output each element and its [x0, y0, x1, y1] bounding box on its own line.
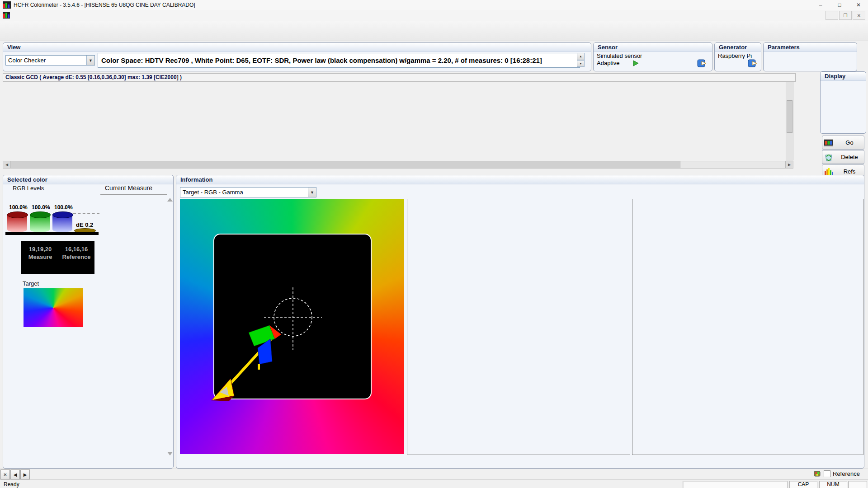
scroll-left-icon[interactable]: ◀: [3, 161, 11, 168]
display-panel-title: Display: [821, 72, 866, 81]
close-tab-button[interactable]: ✕: [0, 469, 10, 479]
reference-rgb-value: 16,16,16: [60, 245, 93, 253]
eotf-gamma-chart: [632, 199, 863, 455]
status-bar: Ready CAP NUM: [0, 479, 868, 488]
next-tab-icon[interactable]: ▶: [20, 469, 30, 479]
go-button-label: Go: [835, 139, 864, 146]
sensor-name: Simulated sensor: [594, 52, 712, 60]
selected-color-title: Selected color: [3, 175, 173, 184]
refs-button-label: Refs: [835, 168, 864, 175]
hcfr-colorimeter-window: HCFR Colorimeter - 3.5.4.6 - [HISENSE 65…: [0, 0, 868, 488]
scrollbar-thumb[interactable]: [11, 161, 680, 168]
delta-e-label: dE 0.2: [76, 221, 93, 228]
window-title: HCFR Colorimeter - 3.5.4.6 - [HISENSE 65…: [14, 2, 195, 8]
sensor-panel-title: Sensor: [594, 43, 712, 52]
sensor-settings-icon[interactable]: [697, 59, 707, 68]
delete-button-label: Delete: [835, 154, 864, 160]
go-button[interactable]: Go: [822, 136, 864, 150]
chart-type-value: Color Checker: [6, 57, 86, 64]
target-overlay: [180, 199, 404, 454]
rgb-levels-label: RGB Levels: [13, 185, 44, 192]
red-level-value: 100.0%: [9, 204, 28, 211]
status-pane-empty: [848, 481, 867, 488]
status-text: Ready: [4, 481, 19, 488]
mdi-restore-button[interactable]: ❐: [839, 11, 852, 20]
reference-checkbox[interactable]: [824, 470, 830, 477]
red-level-bar: [7, 211, 27, 232]
scrollbar-thumb[interactable]: [787, 100, 793, 133]
bars-baseline: [5, 232, 99, 235]
table-vertical-scrollbar[interactable]: [786, 82, 793, 160]
generator-panel-title: Generator: [715, 43, 761, 52]
color-checker-target-image: [180, 199, 404, 454]
num-lock-indicator: NUM: [819, 481, 847, 488]
measure-reference-box: 19,19,20 Measure 16,16,16 Reference: [21, 241, 94, 274]
blue-level-bar: [52, 211, 72, 232]
view-panel-title: View: [3, 43, 591, 52]
info-spinner[interactable]: ▲ ▼: [577, 53, 585, 67]
maximize-button[interactable]: □: [830, 0, 849, 10]
scroll-right-icon[interactable]: ▶: [785, 161, 793, 168]
grayscale-balance-chart: [407, 199, 630, 455]
reference-checkbox-label: Reference: [833, 470, 860, 477]
app-icon: [3, 1, 11, 9]
title-bar: HCFR Colorimeter - 3.5.4.6 - [HISENSE 65…: [0, 0, 868, 10]
target-thumbnail-image: [24, 288, 83, 327]
chart-type-select[interactable]: Color Checker ▼: [5, 55, 95, 66]
status-pane-empty: [683, 481, 788, 488]
spinner-up-icon[interactable]: ▲: [577, 53, 585, 60]
document-icon: [3, 12, 10, 19]
scroll-down-icon[interactable]: [167, 452, 173, 455]
close-button[interactable]: ✕: [849, 0, 868, 10]
display-panel: Display: [820, 71, 866, 134]
parameters-panel-title: Parameters: [764, 43, 857, 52]
current-measure-table: [100, 194, 167, 195]
green-level-bar: [30, 211, 50, 232]
generator-settings-icon[interactable]: [748, 59, 758, 68]
reference-caption: Reference: [60, 253, 93, 261]
chevron-down-icon[interactable]: ▼: [308, 188, 316, 197]
mdi-close-button[interactable]: ✕: [853, 11, 865, 20]
tray-color-icon: [814, 470, 821, 477]
information-panel-title: Information: [176, 175, 864, 184]
menu-bar: — ❐ ✕: [0, 10, 868, 21]
prev-tab-icon[interactable]: ◀: [10, 469, 20, 479]
information-view-select[interactable]: Target - RGB - Gamma ▼: [180, 187, 316, 197]
mdi-minimize-button[interactable]: —: [826, 11, 838, 20]
minimize-button[interactable]: –: [811, 0, 830, 10]
table-horizontal-scrollbar[interactable]: ◀ ▶: [3, 161, 793, 169]
bottom-tab-bar: ✕ ◀ ▶: [0, 469, 868, 480]
sensor-panel: Sensor Simulated sensor Adaptive: [593, 42, 712, 71]
toolbar: [0, 21, 868, 41]
green-level-value: 100.0%: [32, 204, 50, 211]
current-measure-label: Current Measure: [105, 184, 152, 192]
measure-caption: Measure: [24, 253, 57, 261]
sensor-mode: Adaptive: [597, 60, 620, 66]
information-view-value: Target - RGB - Gamma: [180, 189, 308, 196]
target-label: Target: [23, 280, 39, 287]
reference-level-line: [73, 213, 99, 214]
spinner-down-icon[interactable]: ▼: [577, 60, 585, 67]
sensor-run-icon[interactable]: [632, 60, 639, 66]
table-summary-header: Classic GCD ( Average dE: 0.55 [0.16,0.3…: [3, 73, 796, 82]
scroll-up-icon[interactable]: [167, 198, 173, 202]
recycle-bin-icon: [824, 153, 834, 162]
measure-rgb-value: 19,19,20: [24, 245, 57, 253]
parameters-panel: Parameters: [763, 42, 857, 71]
film-colors-icon: [824, 138, 834, 147]
caps-lock-indicator: CAP: [789, 481, 817, 488]
chevron-down-icon[interactable]: ▼: [86, 56, 94, 65]
blue-level-value: 100.0%: [54, 204, 73, 211]
colorspace-info: Color Space: HDTV Rec709 , White Point: …: [98, 53, 580, 68]
delete-button[interactable]: Delete: [822, 150, 864, 164]
